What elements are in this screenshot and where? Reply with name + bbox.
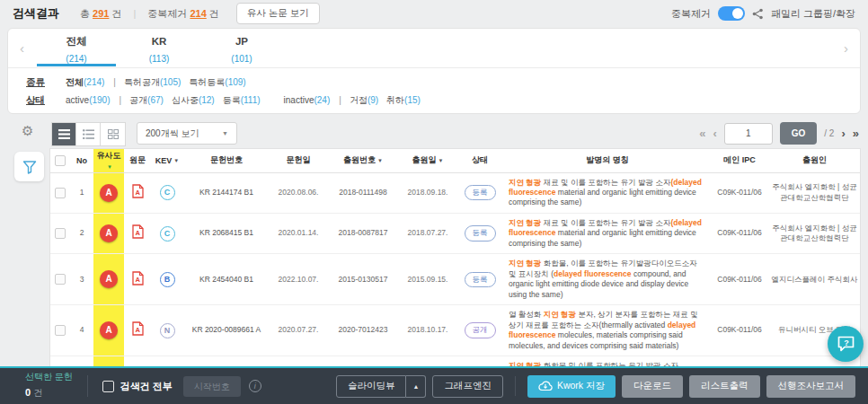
detail-list-view-button[interactable] [76,123,101,145]
filter-item-count[interactable]: (15) [404,95,421,105]
filter-item-count[interactable]: (111) [241,95,261,105]
row-checkbox[interactable] [55,228,66,239]
col-header-orig[interactable]: 원문 [124,149,151,172]
cell-invention-title[interactable]: 열 활성화 지연 형광 분자, 상기 분자를 포함하는 재료 및 상기 재료를 … [503,305,712,356]
tab-JP[interactable]: JP(101) [200,29,283,66]
col-header-ipc[interactable]: 메인 IPC [712,149,767,172]
filter-item-count[interactable]: (67) [147,95,164,105]
col-header-no[interactable]: No [70,149,93,172]
similar-papers-button[interactable]: 유사 논문 보기 [236,3,320,24]
pdf-icon[interactable]: A [132,329,144,338]
filter-item[interactable]: 등록 [223,94,241,107]
kwork-save-button[interactable]: Kwork 저장 [527,375,616,398]
kev-grade-badge[interactable]: C [160,226,175,242]
pagination-first-icon[interactable]: « [699,127,705,139]
col-header-kev[interactable]: KEV▼ [151,149,183,172]
row-checkbox[interactable] [55,188,66,198]
filter-item[interactable]: 공개 [129,94,147,107]
cell-invention-title[interactable]: 지연 형광 화합물, 이를 포함하는 유기발광다이오드소자 및 표시장치 (de… [503,254,712,305]
status-badge[interactable]: 공개 [465,322,496,338]
row-checkbox[interactable] [55,325,66,336]
tab-KR[interactable]: KR(113) [118,29,200,66]
similarity-grade-badge[interactable]: A [100,270,118,288]
page-size-select[interactable]: 200개씩 보기 ▼ [137,122,237,145]
status-badge[interactable]: 등록 [465,185,496,200]
kev-grade-badge[interactable]: B [160,272,175,287]
page-input[interactable] [724,123,773,145]
title-text: 재료 및 이를 포함하는 유기 발광 소자 [541,218,670,227]
select-all-checkbox[interactable] [55,155,66,166]
help-chat-button[interactable]: ? [828,326,864,362]
start-number-input[interactable] [183,376,241,397]
similarity-grade-badge[interactable]: A [100,184,118,202]
tab-전체[interactable]: 전체(214) [35,29,118,66]
doc-number[interactable]: KR 2454040 B1 [199,275,253,284]
pdf-icon[interactable]: A [132,278,144,287]
sort-caret-icon[interactable]: ▼ [173,158,179,163]
filter-item-count[interactable]: (105) [160,77,181,87]
col-header-applicant[interactable]: 출원인 [767,149,861,172]
col-header-status[interactable]: 상태 [456,149,503,172]
similarity-grade-badge[interactable]: A [100,321,118,339]
kev-grade-badge[interactable]: N [160,323,175,338]
col-header-app_date[interactable]: 출원일▼ [399,149,456,172]
pdf-icon[interactable]: A [132,232,144,241]
filter-item-count[interactable]: (190) [89,95,110,105]
doc-number[interactable]: KR 2020-0089661 A [192,325,261,334]
info-icon[interactable]: i [249,380,261,392]
cell-invention-title[interactable]: 지연 형광 재료 및 이를 포함하는 유기 발광 소자(delayed fluo… [503,213,712,253]
col-header-title[interactable]: 발명의 명칭 [503,149,712,172]
pdf-icon[interactable]: A [132,191,144,200]
family-grouping-label[interactable]: 패밀리 그룹핑/확장 [771,7,855,21]
prior-search-report-button[interactable]: 선행조사보고서 [766,375,856,398]
dedup-count-link[interactable]: 214 [190,8,206,19]
list-view-button[interactable] [52,123,76,145]
filter-item[interactable]: active [66,95,89,105]
sort-caret-icon[interactable]: ▼ [377,158,383,163]
filter-item[interactable]: inactive [284,95,314,105]
filter-item[interactable]: 거절 [350,94,368,107]
list-print-button[interactable]: 리스트출력 [689,375,760,398]
status-badge[interactable]: 등록 [465,225,496,241]
cell-invention-title[interactable]: 지연 형광 재료 및 이를 포함하는 유기 발광 소자(delayed fluo… [503,172,712,213]
go-button[interactable]: GO [780,122,818,145]
dedup-toggle[interactable] [718,6,745,21]
sort-caret-icon[interactable]: ▼ [107,164,112,170]
col-header-sim[interactable]: 유사도▼ [93,149,124,172]
kev-grade-badge[interactable]: C [160,185,175,200]
download-button[interactable]: 다운로드 [622,375,683,398]
sort-caret-icon[interactable]: ▼ [438,158,444,163]
pagination-last-icon[interactable]: » [853,127,859,139]
tabs-next-chevron-icon[interactable]: › [844,40,848,56]
filter-item-count[interactable]: (214) [84,77,104,87]
col-header-app_no[interactable]: 출원번호▼ [327,149,399,172]
filter-item-count[interactable]: (12) [199,95,215,105]
doc-number[interactable]: KR 2144174 B1 [199,188,253,197]
sliding-view-button[interactable]: 슬라이딩뷰 [336,375,407,398]
filter-item-count[interactable]: (24) [314,95,330,105]
total-count-link[interactable]: 291 [93,8,109,19]
graph-engine-button[interactable]: 그래프엔진 [432,375,503,398]
doc-number[interactable]: KR 2068415 B1 [199,228,253,237]
filter-item-count[interactable]: (9) [368,95,378,105]
pagination-prev-icon[interactable]: ‹ [713,127,716,139]
filter-item[interactable]: 특허공개 [124,76,160,89]
col-header-doc_date[interactable]: 문헌일 [270,149,327,172]
similarity-grade-badge[interactable]: A [100,224,118,242]
settings-gear-icon[interactable]: ⚙ [22,124,33,137]
tab-label: JP [200,35,283,49]
filter-item-count[interactable]: (109) [225,77,245,87]
filter-item[interactable]: 특허등록 [189,76,225,89]
col-header-doc_no[interactable]: 문헌번호 [183,149,270,172]
status-badge[interactable]: 등록 [465,272,496,287]
pagination-next-icon[interactable]: › [841,127,845,139]
grid-view-button[interactable] [101,123,125,145]
filter-funnel-button[interactable] [14,152,44,181]
filter-item[interactable]: 취하 [386,94,404,107]
select-all-results-checkbox[interactable] [102,381,114,392]
filter-item[interactable]: 심사중 [172,94,199,107]
tabs-prev-chevron-icon[interactable]: ‹ [20,40,24,56]
filter-item[interactable]: 전체 [66,76,84,89]
row-checkbox[interactable] [55,274,66,285]
sliding-view-arrow-button[interactable]: ▲ [406,375,426,398]
